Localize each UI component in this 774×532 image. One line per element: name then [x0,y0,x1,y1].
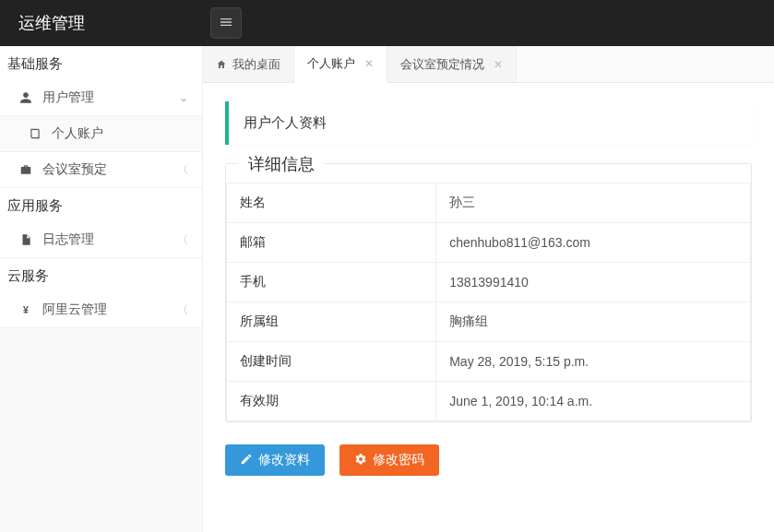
tab-label: 我的桌面 [232,56,280,73]
fieldset-legend: 详细信息 [239,153,324,175]
field-key: 邮箱 [227,223,436,263]
topbar: 运维管理 [0,0,774,46]
field-value: May 28, 2019, 5:15 p.m. [436,342,751,382]
chevron-left-icon: 〈 [177,232,188,248]
tab[interactable]: 我的桌面 [203,46,294,82]
tab-label: 个人账户 [307,55,355,72]
field-value: 胸痛组 [436,302,751,342]
chevron-down-icon: ⌄ [179,91,188,104]
sidebar-item[interactable]: ¥阿里云管理〈 [0,292,202,328]
edit-profile-button[interactable]: 修改资料 [225,444,325,476]
home-icon [216,59,227,70]
sidebar-subitem[interactable]: 个人账户 [0,116,202,152]
sidebar-item[interactable]: 会议室预定〈 [0,152,202,188]
pencil-icon [240,453,253,468]
briefcase-icon [18,163,33,176]
field-value: 13813991410 [436,263,751,302]
file-icon [18,233,33,246]
sidebar-item-label: 个人账户 [52,125,103,142]
panel-title: 用户个人资料 [225,101,752,145]
sidebar-item[interactable]: 日志管理〈 [0,222,202,258]
menu-toggle-button[interactable] [210,7,242,39]
chevron-left-icon: 〈 [177,162,188,178]
book-icon [28,127,42,140]
nav-group-header: 基础服务 [0,46,202,80]
field-key: 姓名 [227,183,436,223]
table-row: 创建时间May 28, 2019, 5:15 p.m. [227,342,751,382]
table-row: 有效期June 1, 2019, 10:14 a.m. [227,382,751,421]
sidebar-item-label: 会议室预定 [42,161,107,178]
field-value: 孙三 [436,183,751,223]
tab-bar: 我的桌面个人账户✕会议室预定情况✕ [203,46,774,83]
field-key: 手机 [227,263,436,302]
sidebar: 基础服务用户管理⌄个人账户会议室预定〈应用服务日志管理〈云服务¥阿里云管理〈 [0,46,203,532]
sidebar-item-label: 日志管理 [42,231,94,248]
detail-table: 姓名孙三邮箱chenhubo811@163.com手机13813991410所属… [226,183,751,421]
field-key: 有效期 [227,382,436,421]
edit-password-label: 修改密码 [373,452,424,468]
tab-label: 会议室预定情况 [400,56,484,73]
user-icon [18,91,33,104]
table-row: 姓名孙三 [227,183,751,223]
close-icon[interactable]: ✕ [364,57,374,70]
sidebar-item[interactable]: 用户管理⌄ [0,80,202,116]
table-row: 手机13813991410 [227,263,751,302]
chevron-left-icon: 〈 [177,302,188,318]
field-key: 创建时间 [227,342,436,382]
table-row: 所属组胸痛组 [227,302,751,342]
tab[interactable]: 个人账户✕ [294,46,387,83]
close-icon[interactable]: ✕ [494,58,503,71]
nav-group-header: 应用服务 [0,188,202,222]
yen-icon: ¥ [18,303,33,316]
brand-title: 运维管理 [0,12,203,34]
field-value: chenhubo811@163.com [436,223,751,263]
field-value: June 1, 2019, 10:14 a.m. [436,382,751,421]
gear-icon [354,453,367,468]
sidebar-item-label: 用户管理 [42,89,94,106]
sidebar-item-label: 阿里云管理 [42,301,107,318]
edit-password-button[interactable]: 修改密码 [339,444,439,476]
field-key: 所属组 [227,302,436,342]
edit-profile-label: 修改资料 [258,452,310,468]
content-area: 用户个人资料 详细信息 姓名孙三邮箱chenhubo811@163.com手机1… [203,83,774,532]
tab[interactable]: 会议室预定情况✕ [387,46,517,82]
nav-group-header: 云服务 [0,258,202,292]
table-row: 邮箱chenhubo811@163.com [227,223,751,263]
svg-text:¥: ¥ [23,304,29,315]
hamburger-icon [219,15,233,32]
detail-fieldset: 详细信息 姓名孙三邮箱chenhubo811@163.com手机13813991… [225,163,752,422]
